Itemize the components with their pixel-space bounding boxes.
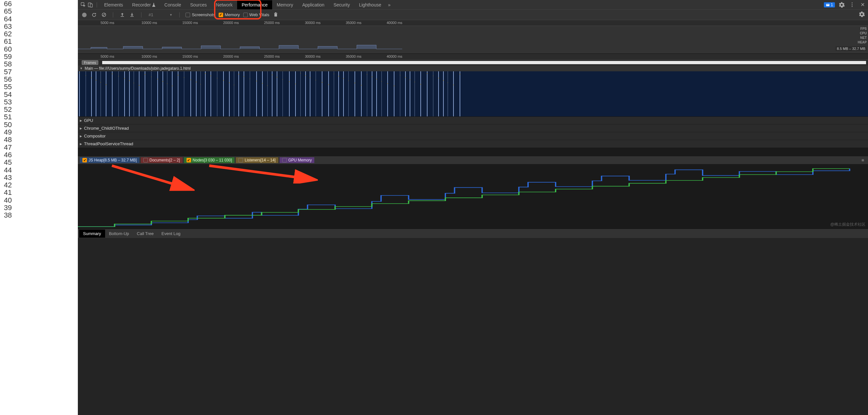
flame-task[interactable]: [438, 71, 439, 117]
flame-task[interactable]: [172, 71, 173, 117]
tab-network[interactable]: Network: [212, 0, 237, 9]
flame-task[interactable]: [250, 71, 250, 117]
flame-task[interactable]: [139, 71, 140, 117]
flame-task[interactable]: [372, 71, 372, 117]
flame-task[interactable]: [405, 71, 406, 117]
flame-task[interactable]: [367, 71, 367, 117]
tab-elements[interactable]: Elements: [100, 0, 127, 9]
timeline-overview[interactable]: FPS CPU NET HEAP 8.5 MB – 32.7 MB: [78, 26, 868, 54]
flame-task[interactable]: [223, 71, 224, 117]
flame-task[interactable]: [96, 71, 96, 117]
inspect-element-icon[interactable]: [80, 1, 87, 8]
flame-task[interactable]: [282, 71, 283, 117]
details-ruler[interactable]: 5000 ms10000 ms15000 ms20000 ms25000 ms3…: [78, 54, 868, 60]
gpumem-chip[interactable]: GPU Memory: [280, 157, 315, 163]
memory-chart[interactable]: @稀土掘金技术社区: [78, 164, 868, 229]
flame-task[interactable]: [196, 71, 196, 117]
flame-task[interactable]: [124, 71, 125, 117]
issues-badge[interactable]: 1: [824, 2, 835, 7]
flame-task[interactable]: [316, 71, 316, 117]
flame-task[interactable]: [272, 71, 273, 117]
flame-task[interactable]: [184, 71, 184, 117]
flame-task[interactable]: [229, 71, 230, 117]
main-thread-flamechart[interactable]: [78, 71, 868, 117]
flame-task[interactable]: [239, 71, 239, 117]
flame-task[interactable]: [328, 71, 329, 117]
flame-task[interactable]: [348, 71, 349, 117]
flame-task[interactable]: [234, 71, 234, 117]
flame-task[interactable]: [256, 71, 257, 117]
flame-task[interactable]: [134, 71, 134, 117]
flame-task[interactable]: [447, 71, 448, 117]
more-tabs-chevron-icon[interactable]: »: [386, 1, 393, 8]
flame-task[interactable]: [162, 71, 163, 117]
listeners-chip[interactable]: Listeners[14 – 14]: [236, 157, 278, 163]
flame-task[interactable]: [91, 71, 92, 117]
flame-task[interactable]: [400, 71, 400, 117]
gc-trash-icon[interactable]: [273, 12, 279, 18]
screenshots-checkbox[interactable]: Screenshots: [186, 12, 215, 17]
main-thread-header[interactable]: ▼ Main — file:///Users/sunny/Downloads/j…: [78, 65, 868, 71]
flame-task[interactable]: [178, 71, 178, 117]
flame-task[interactable]: [443, 71, 444, 117]
flame-task[interactable]: [322, 71, 322, 117]
memory-menu-icon[interactable]: ≡: [860, 158, 866, 163]
flame-task[interactable]: [421, 71, 421, 117]
flame-task[interactable]: [433, 71, 433, 117]
capture-settings-gear-icon[interactable]: [859, 11, 865, 18]
flame-task[interactable]: [376, 71, 377, 117]
clear-icon[interactable]: [100, 12, 107, 18]
tab-memory[interactable]: Memory: [272, 0, 298, 9]
flame-task[interactable]: [145, 71, 145, 117]
save-profile-icon[interactable]: [129, 12, 135, 18]
flame-task[interactable]: [427, 71, 428, 117]
flame-task[interactable]: [334, 71, 334, 117]
thread-row-chrome_childiothread[interactable]: ▶Chrome_ChildIOThread: [78, 125, 868, 132]
device-toolbar-icon[interactable]: [87, 1, 94, 8]
tab-lighthouse[interactable]: Lighthouse: [354, 0, 386, 9]
thread-row-threadpoolservicethread[interactable]: ▶ThreadPoolServiceThread: [78, 140, 868, 148]
detail-tab-call-tree[interactable]: Call Tree: [133, 229, 158, 238]
flame-task[interactable]: [100, 71, 101, 117]
flame-task[interactable]: [167, 71, 167, 117]
flame-task[interactable]: [205, 71, 206, 117]
thread-row-compositor[interactable]: ▶Compositor: [78, 132, 868, 140]
flame-task[interactable]: [310, 71, 310, 117]
flame-task[interactable]: [106, 71, 106, 117]
flame-task[interactable]: [86, 71, 86, 117]
load-profile-icon[interactable]: [119, 12, 126, 18]
flame-task[interactable]: [244, 71, 244, 117]
flame-task[interactable]: [361, 71, 362, 117]
record-button[interactable]: [81, 12, 88, 18]
flame-task[interactable]: [338, 71, 339, 117]
tab-recorder[interactable]: Recorder: [127, 0, 160, 9]
flame-task[interactable]: [79, 71, 80, 117]
kebab-menu-icon[interactable]: ⋮: [848, 1, 856, 8]
settings-gear-icon[interactable]: [838, 1, 845, 8]
flame-task[interactable]: [305, 71, 306, 117]
webvitals-checkbox[interactable]: Web Vitals: [243, 12, 270, 17]
flame-task[interactable]: [200, 71, 201, 117]
flame-task[interactable]: [277, 71, 277, 117]
thread-row-gpu[interactable]: ▶GPU: [78, 117, 868, 125]
flame-task[interactable]: [129, 71, 130, 117]
flame-task[interactable]: [118, 71, 119, 117]
detail-tab-event-log[interactable]: Event Log: [158, 229, 185, 238]
overview-ruler[interactable]: 5000 ms10000 ms15000 ms20000 ms25000 ms3…: [78, 20, 868, 26]
flame-task[interactable]: [453, 71, 454, 117]
flame-task[interactable]: [295, 71, 296, 117]
flame-task[interactable]: [211, 71, 211, 117]
flame-task[interactable]: [381, 71, 382, 117]
tab-application[interactable]: Application: [298, 0, 329, 9]
close-devtools-icon[interactable]: ✕: [859, 1, 866, 8]
flame-task[interactable]: [289, 71, 290, 117]
flame-task[interactable]: [410, 71, 410, 117]
flame-task[interactable]: [394, 71, 395, 117]
tab-security[interactable]: Security: [329, 0, 354, 9]
detail-tab-bottom-up[interactable]: Bottom-Up: [105, 229, 133, 238]
flame-task[interactable]: [262, 71, 263, 117]
memory-checkbox[interactable]: ✓ Memory: [219, 12, 240, 17]
flame-task[interactable]: [387, 71, 388, 117]
reload-record-icon[interactable]: [91, 12, 97, 18]
flame-task[interactable]: [300, 71, 301, 117]
